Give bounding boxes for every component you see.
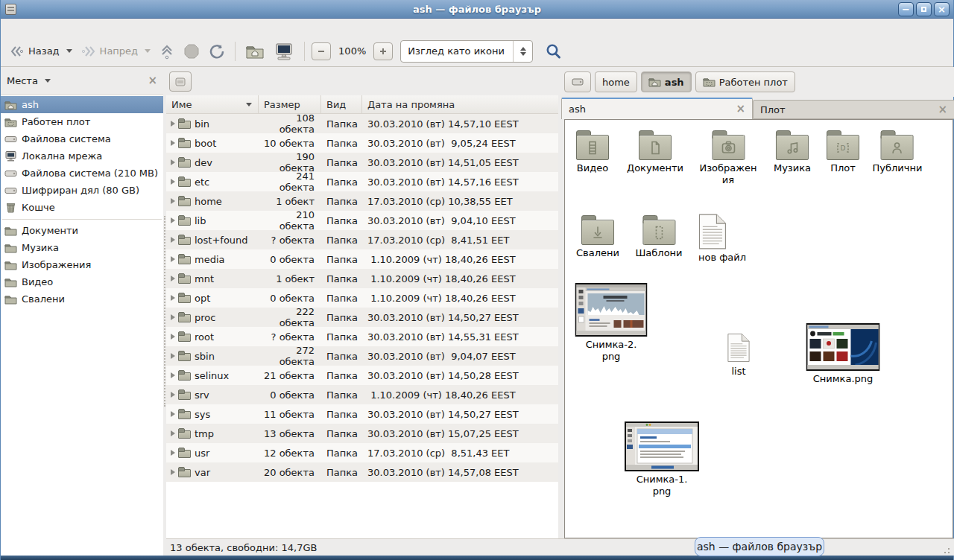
expander-icon[interactable] <box>171 314 175 320</box>
column-header-type[interactable]: Вид <box>321 95 362 113</box>
table-row[interactable]: tmp 13 обекта Папка 30.03.2010 (вт) 15,0… <box>166 424 558 443</box>
sidebar-pane-select[interactable]: Места <box>7 75 51 86</box>
expander-icon[interactable] <box>171 121 175 127</box>
expander-icon[interactable] <box>171 276 175 281</box>
expander-icon[interactable] <box>171 295 175 301</box>
menu-item[interactable] <box>2 26 16 29</box>
expander-icon[interactable] <box>171 334 175 340</box>
table-row[interactable]: etc 241 обекта Папка 30.03.2010 (вт) 14,… <box>166 172 558 191</box>
expander-icon[interactable] <box>171 256 175 262</box>
icon-view-item[interactable]: Публични <box>873 130 923 174</box>
icon-view-item[interactable]: Музика <box>774 130 811 174</box>
column-header-name[interactable]: Име <box>166 95 259 113</box>
forward-history-caret[interactable] <box>145 49 151 53</box>
expander-icon[interactable] <box>171 430 175 436</box>
breadcrumb-button[interactable] <box>564 71 591 92</box>
menu-item[interactable] <box>16 26 29 29</box>
minimize-button[interactable]: − <box>898 2 914 16</box>
table-row[interactable]: mnt 1 обект Папка 1.10.2009 (чт) 18,40,2… <box>166 269 558 288</box>
icon-view-item[interactable]: Снимка-2. png <box>575 283 648 363</box>
icon-view-item[interactable]: Снимка-1. png <box>625 421 699 497</box>
icon-view-item[interactable]: D D Плот <box>826 130 860 174</box>
tab[interactable]: Плот × <box>753 100 954 119</box>
column-header-date[interactable]: Дата на промяна <box>362 95 558 113</box>
sidebar-item[interactable] <box>1 216 163 222</box>
expander-icon[interactable] <box>171 450 175 456</box>
tab[interactable]: ash × <box>561 98 753 119</box>
table-row[interactable]: root ? обекта Папка 30.03.2010 (вт) 14,5… <box>166 327 558 346</box>
sidebar-item[interactable]: Работен плот <box>1 113 163 130</box>
icon-view-item[interactable]: list <box>727 332 750 378</box>
icon-view-item[interactable]: нов файл <box>698 214 746 264</box>
table-row[interactable]: lost+found ? обекта Папка 17.03.2010 (ср… <box>166 230 558 249</box>
menu-item[interactable] <box>42 26 56 29</box>
zoom-out-button[interactable] <box>312 42 331 60</box>
tab-close-icon[interactable]: × <box>736 104 745 115</box>
icon-view-item[interactable]: Шаблони <box>635 215 682 259</box>
icon-view-item[interactable]: Изображен ия <box>699 130 756 186</box>
table-row[interactable]: proc 222 обекта Папка 30.03.2010 (вт) 14… <box>166 308 558 327</box>
maximize-button[interactable] <box>916 2 932 16</box>
breadcrumb-button[interactable]: Работен плот <box>695 71 795 92</box>
expander-icon[interactable] <box>171 237 175 243</box>
table-row[interactable]: var 20 обекта Папка 30.03.2010 (вт) 14,5… <box>166 462 558 482</box>
reload-button[interactable] <box>204 39 230 63</box>
sidebar-item[interactable]: Локална мрежа <box>1 147 163 165</box>
table-row[interactable]: bin 108 обекта Папка 30.03.2010 (вт) 14,… <box>166 114 558 133</box>
zoom-in-button[interactable] <box>373 42 393 60</box>
expander-icon[interactable] <box>171 179 175 185</box>
table-row[interactable]: media 0 обекта Папка 1.10.2009 (чт) 18,4… <box>166 249 558 269</box>
icon-view-item[interactable]: Снимка.png <box>806 323 880 385</box>
menu-item[interactable] <box>56 26 69 29</box>
expander-icon[interactable] <box>171 411 175 417</box>
back-history-caret[interactable] <box>66 49 72 53</box>
icon-view-item[interactable]: Документи <box>627 130 683 174</box>
sidebar-item[interactable]: Свалени <box>1 290 163 308</box>
expander-icon[interactable] <box>171 392 175 398</box>
table-row[interactable]: opt 0 обекта Папка 1.10.2009 (чт) 18,40,… <box>166 288 558 308</box>
sidebar-close-icon[interactable]: × <box>148 75 157 86</box>
location-bar-toggle-button[interactable] <box>169 71 192 92</box>
icon-view-item[interactable]: Видео <box>575 130 610 174</box>
table-row[interactable]: sbin 272 обекта Папка 30.03.2010 (вт) 9,… <box>166 346 558 366</box>
forward-button[interactable]: Напред <box>77 39 155 63</box>
table-row[interactable]: dev 190 обекта Папка 30.03.2010 (вт) 14,… <box>166 153 558 172</box>
back-button[interactable]: Назад <box>5 39 77 63</box>
stop-button[interactable] <box>179 39 204 63</box>
view-mode-select[interactable]: Изглед като икони <box>400 40 533 63</box>
search-button[interactable] <box>540 39 567 63</box>
home-button[interactable] <box>241 39 269 63</box>
table-row[interactable]: sys 11 обекта Папка 30.03.2010 (вт) 14,5… <box>166 404 558 424</box>
column-header-size[interactable]: Размер <box>259 95 321 113</box>
sidebar-item[interactable]: Видео <box>1 273 163 290</box>
sidebar-item[interactable]: Шифриран дял (80 GB) <box>1 182 163 199</box>
expander-icon[interactable] <box>171 159 175 165</box>
sidebar-item[interactable]: Кошче <box>1 199 163 216</box>
up-button[interactable] <box>155 39 179 63</box>
expander-icon[interactable] <box>171 140 175 146</box>
expander-icon[interactable] <box>171 217 175 223</box>
icon-view-item[interactable]: Свалени <box>576 215 619 259</box>
table-row[interactable]: lib 210 обекта Папка 30.03.2010 (вт) 9,0… <box>166 211 558 230</box>
expander-icon[interactable] <box>171 372 175 378</box>
sidebar-item[interactable]: Музика <box>1 239 163 256</box>
sidebar-item[interactable]: Изображения <box>1 256 163 273</box>
sidebar-item[interactable]: ash <box>1 96 163 113</box>
table-row[interactable]: home 1 обект Папка 17.03.2010 (ср) 10,38… <box>166 191 558 211</box>
computer-button[interactable] <box>269 39 299 63</box>
menu-item[interactable] <box>69 26 83 29</box>
tab-close-icon[interactable]: × <box>938 104 947 115</box>
breadcrumb-button[interactable]: ash <box>641 71 692 92</box>
expander-icon[interactable] <box>171 469 175 475</box>
table-row[interactable]: usr 12 обекта Папка 17.03.2010 (ср) 8,51… <box>166 443 558 462</box>
close-button[interactable]: × <box>934 2 950 16</box>
table-row[interactable]: boot 10 обекта Папка 30.03.2010 (вт) 9,0… <box>166 133 558 153</box>
expander-icon[interactable] <box>171 353 175 359</box>
table-row[interactable]: srv 0 обекта Папка 1.10.2009 (чт) 18,40,… <box>166 385 558 404</box>
sidebar-item[interactable]: Файлова система <box>1 130 163 147</box>
table-row[interactable]: selinux 21 обекта Папка 30.03.2010 (вт) … <box>166 366 558 385</box>
expander-icon[interactable] <box>171 198 175 204</box>
sidebar-item[interactable]: Файлова система (210 MB) <box>1 165 163 182</box>
breadcrumb-button[interactable]: home <box>595 71 637 92</box>
sidebar-item[interactable]: Документи <box>1 222 163 239</box>
